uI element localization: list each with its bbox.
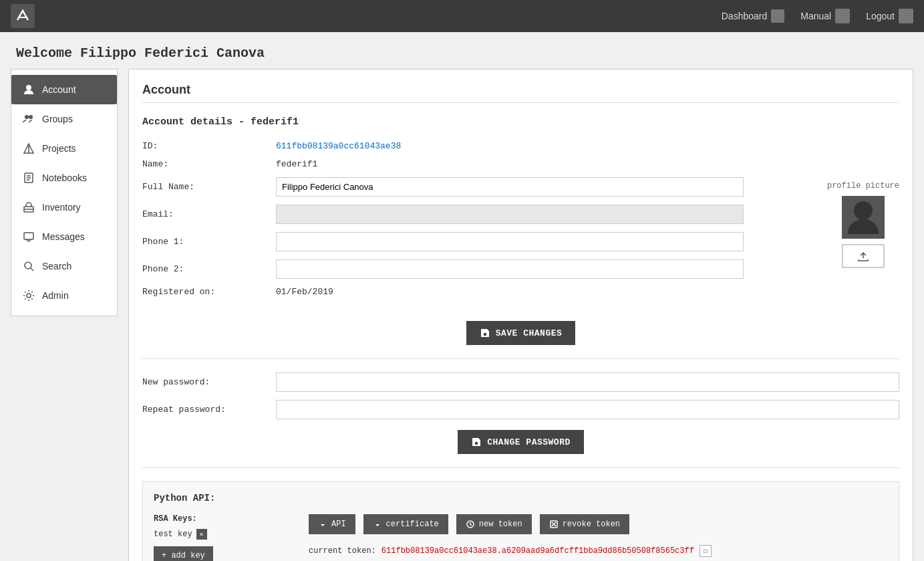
sidebar-label-search: Search [42,261,71,271]
id-value[interactable]: 611fbb08139a0cc61043ae38 [276,141,744,151]
nav-links: Dashboard Manual Logout [722,9,913,23]
groups-icon [22,112,35,126]
dashboard-icon [771,9,784,23]
add-key-button[interactable]: + add key [154,546,213,561]
sidebar-label-projects: Projects [42,143,76,154]
app-logo [11,4,40,28]
api-download-icon [318,520,327,529]
main-layout: Account Groups Projects Notebooks [0,69,924,561]
certificate-button[interactable]: certificate [363,514,448,534]
account-icon [22,83,35,96]
sidebar-item-notebooks[interactable]: Notebooks [11,163,117,193]
sidebar-item-admin[interactable]: Admin [11,281,117,310]
upload-picture-button[interactable] [842,244,885,268]
rsa-key-list: test key ✕ [154,529,287,540]
repeat-password-label: Repeat password: [142,405,276,415]
sidebar-item-inventory[interactable]: Inventory [11,193,117,222]
rsa-keys-section: RSA Keys: test key ✕ + add key [154,514,287,561]
dashboard-link[interactable]: Dashboard [722,9,785,23]
python-api-title: Python API: [154,493,888,503]
fullname-input[interactable] [276,177,744,197]
new-token-button-label: new token [479,520,522,529]
profile-avatar [842,196,885,239]
welcome-message: Welcome Filippo Federici Canova [0,32,924,69]
change-password-button[interactable]: CHANGE PASSWORD [458,430,584,454]
certificate-icon [373,520,382,529]
api-lower-container: RSA Keys: test key ✕ + add key [154,514,888,561]
password-save-icon [471,437,482,447]
logout-link[interactable]: Logout [866,9,913,23]
amad-logo-svg [15,8,31,24]
sidebar-label-notebooks: Notebooks [42,173,87,183]
sidebar-label-groups: Groups [42,114,73,124]
svg-point-2 [29,115,33,119]
projects-icon [22,142,35,155]
search-icon [22,259,35,273]
sidebar: Account Groups Projects Notebooks [11,69,118,316]
change-password-label: CHANGE PASSWORD [487,437,571,447]
sidebar-item-projects[interactable]: Projects [11,134,117,163]
notebooks-icon [22,171,35,185]
repeat-password-input[interactable] [276,400,899,419]
new-token-button[interactable]: new token [456,514,532,534]
svg-point-12 [25,262,31,269]
change-password-container: CHANGE PASSWORD [142,430,899,454]
name-value: federif1 [276,159,744,169]
current-token-label: current token: [309,546,376,556]
account-details-title: Account details - federif1 [142,116,899,128]
revoke-token-button-label: revoke token [563,520,620,529]
account-form-grid: ID: 611fbb08139a0cc61043ae38 Name: feder… [142,141,744,297]
name-label: Name: [142,159,276,169]
add-key-container: + add key [154,546,287,561]
phone1-input[interactable] [276,232,744,251]
token-section: API certificate new token revoke to [309,514,888,561]
sidebar-item-messages[interactable]: Messages [11,222,117,251]
phone2-label: Phone 2: [142,264,276,274]
registered-value: 01/Feb/2019 [276,287,744,297]
phone1-label: Phone 1: [142,237,276,247]
logo-icon [11,4,35,28]
sidebar-item-search[interactable]: Search [11,251,117,281]
manual-icon [835,9,850,23]
rsa-keys-label: RSA Keys: [154,514,287,524]
manual-label: Manual [800,11,831,21]
token-info-row: current token: 611fbb08139a0cc61043ae38.… [309,545,888,561]
add-key-label: + add key [162,551,205,560]
logout-label: Logout [866,11,895,21]
divider-2 [142,467,899,468]
new-token-icon [466,520,475,529]
sidebar-label-account: Account [42,84,76,95]
current-token-value: 611fbb08139a0cc61043ae38.a6209aad9a6dfcf… [381,546,694,556]
revoke-icon [549,520,559,529]
password-section: New password: Repeat password: [142,372,899,419]
registered-label: Registered on: [142,287,276,297]
email-input[interactable] [276,205,744,224]
new-password-input[interactable] [276,372,899,392]
email-label: Email: [142,209,276,219]
id-label: ID: [142,141,276,151]
sidebar-item-groups[interactable]: Groups [11,104,117,134]
fullname-label: Full Name: [142,182,276,192]
sidebar-label-messages: Messages [42,231,85,242]
svg-point-15 [854,201,873,220]
api-button[interactable]: API [309,514,355,534]
dashboard-label: Dashboard [722,11,768,21]
divider-1 [142,358,899,359]
api-buttons-row: API certificate new token revoke to [309,514,888,534]
logout-icon [899,9,913,23]
certificate-button-label: certificate [386,520,439,529]
revoke-token-button[interactable]: revoke token [540,514,629,534]
profile-picture-label: profile picture [827,181,899,191]
rsa-key-name: test key [154,530,192,539]
manual-link[interactable]: Manual [800,9,850,23]
svg-rect-11 [24,233,33,239]
new-password-label: New password: [142,377,276,387]
phone2-input[interactable] [276,259,744,279]
page-title: Account [142,83,899,103]
inventory-icon [22,201,35,214]
sidebar-item-account[interactable]: Account [11,75,117,104]
copy-token-button[interactable]: ☐ [700,545,712,557]
save-changes-button[interactable]: SAVE CHANGES [466,321,576,345]
delete-key-button[interactable]: ✕ [196,529,207,540]
save-changes-label: SAVE CHANGES [496,328,563,338]
